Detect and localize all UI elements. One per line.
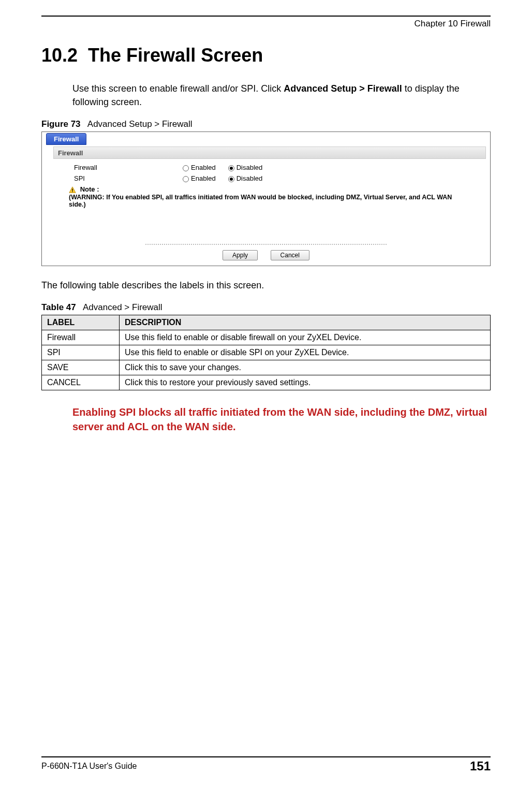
note-label: Note : [80, 185, 99, 193]
firewall-disabled-option[interactable]: Disabled [228, 164, 263, 171]
table-row: Firewall Use this field to enable or dis… [42, 330, 491, 345]
figure-caption: Figure 73 Advanced Setup > Firewall [41, 119, 491, 129]
figure-screenshot: Firewall Firewall Firewall Enabled Disab… [41, 132, 491, 266]
apply-button[interactable]: Apply [223, 250, 258, 260]
footer-guide: P-660N-T1A User's Guide [41, 762, 137, 771]
table-caption: Table 47 Advanced > Firewall [41, 302, 491, 313]
table-row: SPI Use this field to enable or disable … [42, 345, 491, 360]
radio-icon[interactable] [183, 165, 189, 171]
firewall-tab[interactable]: Firewall [46, 133, 86, 145]
firewall-row: Firewall Enabled Disabled [53, 162, 486, 173]
th-label: LABEL [42, 315, 120, 330]
spi-row: SPI Enabled Disabled [53, 173, 486, 184]
th-description: DESCRIPTION [120, 315, 491, 330]
radio-icon[interactable] [183, 176, 189, 182]
warning-callout: Enabling SPI blocks all traffic initiate… [72, 405, 491, 434]
panel-title: Firewall [54, 147, 485, 159]
table-row: CANCEL Click this to restore your previo… [42, 375, 491, 390]
section-number: 10.2 [41, 45, 78, 66]
svg-rect-1 [72, 188, 72, 191]
spi-label: SPI [74, 174, 183, 182]
radio-icon[interactable] [228, 176, 234, 182]
spi-disabled-option[interactable]: Disabled [228, 174, 263, 182]
page-number: 151 [470, 759, 491, 773]
warning-triangle-icon [69, 186, 76, 194]
intro-paragraph: Use this screen to enable firewall and/o… [72, 82, 491, 109]
table-intro: The following table describes the labels… [41, 279, 491, 292]
warning-text: (WARNING: If You enabled SPI, all traffi… [53, 194, 486, 208]
description-table: LABEL DESCRIPTION Firewall Use this fiel… [41, 315, 491, 390]
panel-header: Firewall [53, 147, 486, 159]
section-heading: 10.2 The Firewall Screen [41, 45, 491, 66]
breadcrumb-path: Advanced Setup > Firewall [284, 83, 402, 94]
firewall-label: Firewall [74, 164, 183, 171]
table-row: SAVE Click this to save your changes. [42, 360, 491, 375]
svg-rect-2 [72, 191, 72, 192]
firewall-enabled-option[interactable]: Enabled [183, 164, 216, 171]
cancel-button[interactable]: Cancel [271, 250, 309, 260]
spi-enabled-option[interactable]: Enabled [183, 174, 216, 182]
section-title-text: The Firewall Screen [88, 45, 263, 66]
radio-icon[interactable] [228, 165, 234, 171]
chapter-header: Chapter 10 Firewall [41, 19, 491, 29]
